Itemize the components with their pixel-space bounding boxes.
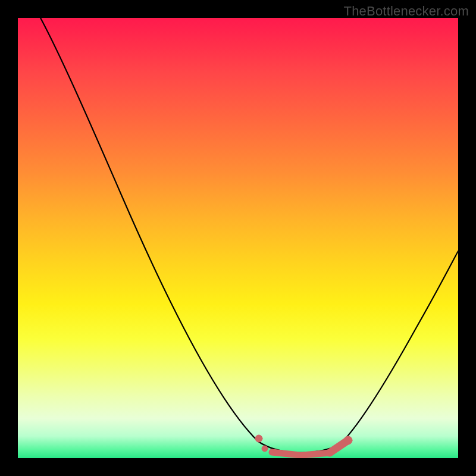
- optimal-markers: [255, 435, 352, 455]
- svg-point-0: [255, 435, 262, 442]
- watermark-text: TheBottlenecker.com: [344, 4, 469, 19]
- svg-point-2: [344, 436, 352, 444]
- bottleneck-curve: [40, 18, 458, 453]
- bottleneck-chart: [18, 18, 458, 458]
- chart-curve-layer: [18, 18, 458, 458]
- svg-point-1: [262, 446, 268, 452]
